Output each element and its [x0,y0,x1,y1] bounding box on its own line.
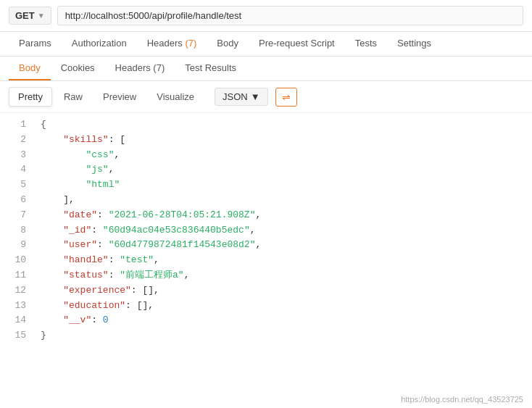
chevron-down-icon: ▼ [251,91,260,102]
format-select[interactable]: JSON ▼ [215,88,268,106]
visualize-button[interactable]: Visualize [148,88,203,106]
watermark: https://blog.csdn.net/qq_43523725 [401,395,523,404]
tab-params[interactable]: Params [9,32,62,56]
url-input[interactable] [57,6,523,25]
tab-prerequest[interactable]: Pre-request Script [249,32,345,56]
tab-tests[interactable]: Tests [345,32,387,56]
code-content: { "skills": [ "css", "js", "html" ], "da… [35,117,532,399]
preview-button[interactable]: Preview [94,88,145,106]
format-label: JSON [223,91,248,102]
pretty-button[interactable]: Pretty [9,87,52,107]
code-area: 123456789101112131415 { "skills": [ "css… [0,113,532,404]
wrap-icon: ⇌ [282,91,291,103]
url-bar: GET ▼ [0,0,532,32]
method-label: GET [15,10,35,21]
line-numbers: 123456789101112131415 [0,117,35,399]
format-bar: Pretty Raw Preview Visualize JSON ▼ ⇌ [0,81,532,113]
tab-response-body[interactable]: Body [9,57,51,80]
top-nav: Params Authorization Headers (7) Body Pr… [0,32,532,57]
headers-badge: (7) [185,38,196,49]
tab-test-results[interactable]: Test Results [175,57,246,80]
wrap-button[interactable]: ⇌ [275,88,297,107]
method-dropdown[interactable]: GET ▼ [9,7,51,25]
raw-button[interactable]: Raw [55,88,91,106]
tab-authorization[interactable]: Authorization [62,32,137,56]
response-nav: Body Cookies Headers (7) Test Results [0,57,532,81]
tab-cookies[interactable]: Cookies [51,57,105,80]
tab-settings[interactable]: Settings [387,32,441,56]
tab-response-headers[interactable]: Headers (7) [105,57,175,80]
chevron-down-icon: ▼ [38,12,45,20]
tab-headers[interactable]: Headers (7) [137,32,207,56]
tab-body[interactable]: Body [207,32,249,56]
